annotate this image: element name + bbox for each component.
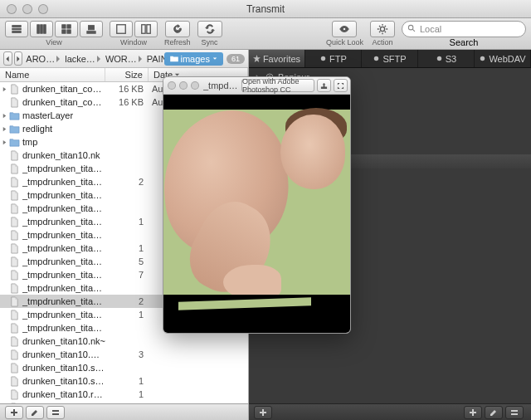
window-dual-button[interactable] — [134, 21, 158, 37]
window-group: Window — [110, 21, 158, 46]
svg-rect-10 — [89, 26, 95, 30]
close-window-button[interactable] — [7, 4, 17, 14]
quicklook-button[interactable] — [332, 21, 357, 37]
tasks-server-button[interactable] — [505, 406, 524, 419]
dot-icon — [373, 55, 380, 62]
forward-button[interactable] — [14, 51, 23, 66]
dot-icon — [436, 55, 443, 62]
search-icon — [407, 24, 417, 33]
ql-min-button[interactable] — [179, 81, 188, 90]
svg-rect-14 — [142, 25, 145, 34]
dot-icon — [479, 55, 486, 62]
edit-button[interactable] — [26, 406, 44, 419]
action-label: Action — [372, 38, 392, 46]
svg-rect-9 — [67, 30, 71, 33]
edit-server-button[interactable] — [485, 406, 503, 419]
svg-point-16 — [380, 27, 384, 31]
local-statusbar — [0, 403, 248, 420]
tab-ftp[interactable]: FTP — [305, 50, 362, 67]
zoom-window-button[interactable] — [38, 4, 48, 14]
svg-rect-20 — [52, 413, 59, 415]
search-label: Search — [450, 37, 479, 47]
tab-sftp[interactable]: SFTP — [362, 50, 418, 67]
sync-button[interactable] — [197, 21, 222, 37]
minimize-window-button[interactable] — [22, 4, 32, 14]
folder-icon — [170, 56, 178, 62]
crumb-active-label: images — [181, 54, 210, 64]
svg-point-21 — [321, 56, 325, 61]
svg-point-23 — [437, 56, 441, 61]
add-button[interactable] — [5, 406, 23, 419]
path-bar: ARO…lacke…WOR…PAIN…LAND…DRUNKEN_TITAN im… — [0, 50, 248, 68]
file-row[interactable]: drunken_titan10.selfillum.exr1 — [0, 374, 248, 388]
quicklook-preview — [163, 95, 350, 333]
refresh-button[interactable] — [165, 21, 190, 37]
ql-zoom-button[interactable] — [191, 81, 199, 90]
crumb[interactable]: PAIN… — [145, 54, 164, 64]
svg-rect-2 — [12, 32, 22, 33]
sync-label: Sync — [202, 38, 218, 46]
crumb-active[interactable]: images — [164, 52, 223, 66]
window-single-button[interactable] — [110, 21, 133, 37]
tasks-button[interactable] — [46, 406, 65, 419]
file-row[interactable]: drunken_titan10.nk~ — [0, 335, 248, 348]
action-group: Action — [370, 21, 395, 46]
col-name[interactable]: Name — [0, 68, 105, 81]
crumb[interactable]: lacke… — [63, 54, 104, 64]
refresh-group: Refresh — [164, 21, 191, 46]
svg-rect-29 — [511, 413, 518, 415]
svg-rect-15 — [147, 25, 150, 34]
svg-rect-8 — [62, 30, 66, 33]
traffic-lights — [7, 4, 48, 14]
svg-rect-28 — [511, 410, 518, 412]
item-count-badge: 61 — [227, 54, 245, 64]
quicklook-group: Quick Look — [326, 21, 363, 46]
star-icon — [253, 55, 261, 62]
crumb[interactable]: WOR… — [104, 54, 145, 64]
add-server-button[interactable] — [254, 406, 272, 419]
remote-statusbar — [249, 403, 531, 420]
titlebar: Transmit — [0, 0, 531, 18]
view-thumb-button[interactable] — [55, 21, 78, 37]
quicklook-open-button[interactable]: Open with Adobe Photoshop CC — [241, 79, 314, 92]
search-group: Local Search — [402, 21, 526, 47]
svg-rect-0 — [12, 26, 22, 27]
crumb[interactable]: ARO… — [24, 54, 63, 64]
svg-rect-19 — [52, 410, 59, 412]
search-input[interactable]: Local — [402, 21, 526, 37]
svg-rect-3 — [37, 25, 40, 34]
svg-rect-11 — [87, 32, 96, 32]
svg-point-22 — [374, 56, 378, 61]
view-column-button[interactable] — [30, 21, 53, 37]
svg-line-18 — [412, 29, 415, 32]
svg-rect-4 — [41, 25, 43, 34]
window-title: Transmit — [246, 3, 285, 15]
col-size[interactable]: Size — [105, 68, 149, 81]
view-list-button[interactable] — [5, 21, 28, 37]
tab-webdav[interactable]: WebDAV — [475, 50, 531, 67]
quicklook-title: _tmpdr… — [203, 81, 238, 90]
tab-s3[interactable]: S3 — [418, 50, 475, 67]
svg-rect-1 — [12, 28, 22, 30]
action-button[interactable] — [370, 21, 395, 37]
file-row[interactable]: drunken_titan10.SSS.exr3 — [0, 348, 248, 361]
tab-favorites[interactable]: Favorites — [249, 50, 305, 67]
file-row[interactable]: drunken_titan10.specular.exr — [0, 361, 248, 374]
toolbar: View Window Refresh Sync Quick Look Acti… — [0, 18, 531, 50]
svg-point-24 — [480, 56, 485, 61]
dot-icon — [319, 55, 327, 62]
sync-group: Sync — [197, 21, 222, 46]
ql-close-button[interactable] — [168, 81, 176, 90]
quicklook-share-button[interactable] — [317, 79, 331, 92]
svg-point-17 — [408, 25, 413, 30]
view-coverflow-button[interactable] — [80, 21, 103, 37]
back-button[interactable] — [3, 51, 12, 66]
new-folder-button[interactable] — [464, 406, 482, 419]
window-label: Window — [120, 38, 147, 46]
quicklook-titlebar: _tmpdr… Open with Adobe Photoshop CC — [163, 77, 350, 95]
search-placeholder: Local — [420, 24, 441, 34]
file-row[interactable]: drunken_titan10.refract.exr1 — [0, 388, 248, 401]
quicklook-fullscreen-button[interactable] — [334, 79, 348, 92]
quicklook-window[interactable]: _tmpdr… Open with Adobe Photoshop CC — [163, 76, 351, 334]
svg-rect-13 — [117, 25, 126, 34]
